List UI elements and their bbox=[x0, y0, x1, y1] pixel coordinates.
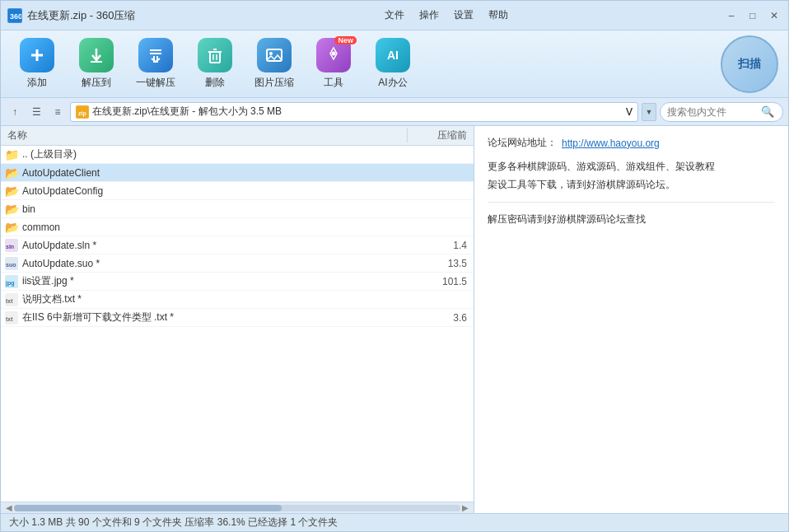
tools-label: 工具 bbox=[324, 76, 343, 90]
folder-icon: 📂 bbox=[4, 184, 19, 198]
extract-button[interactable]: 解压到 bbox=[70, 35, 123, 94]
svg-rect-7 bbox=[210, 52, 220, 63]
title-bar-left: 360 在线更新.zip - 360压缩 bbox=[7, 8, 135, 23]
image-label: 图片压缩 bbox=[254, 76, 294, 90]
add-button[interactable]: 添加 bbox=[11, 35, 63, 94]
tools-button[interactable]: New 工具 bbox=[307, 35, 360, 94]
file-name: 说明文档.txt * bbox=[22, 292, 404, 306]
svg-point-14 bbox=[332, 52, 336, 56]
scan-label: 扫描 bbox=[738, 57, 761, 72]
url-label: 论坛网站地址： bbox=[488, 136, 557, 150]
suo-file-icon: suo bbox=[4, 256, 19, 271]
file-row[interactable]: 📂 AutoUpdateClient bbox=[1, 164, 474, 182]
preview-para-3: 解压密码请到好游棋牌源码论坛查找 bbox=[488, 213, 646, 225]
preview-para-1: 更多各种棋牌源码、游戏源码、游戏组件、架设教程 bbox=[488, 161, 715, 172]
file-row[interactable]: jpg iis设置.jpg * 101.5 bbox=[1, 273, 474, 291]
preview-para-2: 架设工具等下载，请到好游棋牌源码论坛。 bbox=[488, 179, 675, 190]
delete-icon bbox=[198, 38, 232, 72]
zip-icon: zip bbox=[76, 105, 89, 119]
file-list-body: 📁 .. (上级目录) 📂 AutoUpdateClient 📂 AutoUpd… bbox=[1, 146, 474, 502]
menu-help[interactable]: 帮助 bbox=[488, 8, 508, 22]
svg-text:360: 360 bbox=[10, 12, 21, 21]
txt-file-icon: txt bbox=[4, 292, 19, 307]
scrollbar-thumb[interactable] bbox=[14, 505, 282, 511]
status-bar: 大小 1.3 MB 共 90 个文件和 9 个文件夹 压缩率 36.1% 已经选… bbox=[1, 513, 788, 531]
svg-text:jpg: jpg bbox=[5, 280, 15, 287]
ai-label: AI办公 bbox=[378, 76, 407, 90]
ai-office-button[interactable]: AI AI办公 bbox=[366, 35, 419, 94]
preview-panel: 论坛网站地址： http://www.haoyou.org 更多各种棋牌源码、游… bbox=[474, 126, 788, 513]
menu-file[interactable]: 文件 bbox=[385, 8, 404, 22]
scroll-right-arrow[interactable]: ▶ bbox=[460, 503, 470, 512]
dropdown-arrow-button[interactable]: ▼ bbox=[642, 103, 656, 121]
onekey-icon bbox=[138, 38, 173, 72]
image-icon bbox=[257, 38, 292, 72]
address-dropdown[interactable]: V bbox=[626, 106, 633, 118]
svg-text:sln: sln bbox=[6, 244, 14, 250]
address-bar: ↑ ☰ ≡ zip 在线更新.zip\在线更新 - 解包大小为 3.5 MB V… bbox=[1, 98, 788, 126]
file-row[interactable]: 📂 AutoUpdateConfig bbox=[1, 182, 474, 200]
preview-divider bbox=[488, 202, 775, 203]
ai-icon: AI bbox=[376, 38, 410, 72]
file-name: common bbox=[22, 222, 404, 233]
nav-list-button[interactable]: ☰ bbox=[27, 103, 45, 121]
main-content: 名称 压缩前 📁 .. (上级目录) 📂 AutoUpdateClient bbox=[1, 126, 788, 513]
add-icon bbox=[20, 38, 54, 72]
file-row[interactable]: txt 在IIS 6中新增可下载文件类型 .txt * 3.6 bbox=[1, 309, 474, 327]
scroll-left-arrow[interactable]: ◀ bbox=[4, 503, 14, 512]
menu-bar: 文件 操作 设置 帮助 bbox=[385, 8, 508, 22]
txt-file-icon: txt bbox=[4, 310, 19, 325]
onekey-extract-button[interactable]: 一键解压 bbox=[129, 35, 182, 94]
scrollbar-track bbox=[14, 505, 460, 511]
file-size: 1.4 bbox=[404, 240, 470, 251]
scan-button[interactable]: 扫描 bbox=[721, 35, 778, 93]
file-row[interactable]: 📂 common bbox=[1, 218, 474, 236]
extract-label: 解压到 bbox=[82, 76, 111, 90]
add-label: 添加 bbox=[27, 76, 47, 90]
file-list-panel: 名称 压缩前 📁 .. (上级目录) 📂 AutoUpdateClient bbox=[1, 126, 474, 513]
minimize-button[interactable]: – bbox=[724, 8, 739, 23]
file-row[interactable]: suo AutoUpdate.suo * 13.5 bbox=[1, 254, 474, 273]
svg-point-13 bbox=[269, 52, 273, 55]
title-bar-controls: – □ ✕ bbox=[724, 8, 782, 23]
folder-icon: 📁 bbox=[4, 147, 19, 162]
dropdown-v-label: V bbox=[626, 106, 633, 118]
new-badge: New bbox=[334, 36, 357, 44]
menu-operate[interactable]: 操作 bbox=[419, 8, 439, 22]
horizontal-scrollbar[interactable]: ◀ ▶ bbox=[1, 502, 474, 513]
file-name: .. (上级目录) bbox=[22, 147, 404, 161]
col-name-header: 名称 bbox=[1, 128, 408, 142]
search-icon[interactable]: 🔍 bbox=[761, 105, 774, 118]
image-compress-button[interactable]: 图片压缩 bbox=[248, 35, 301, 94]
file-row[interactable]: 📁 .. (上级目录) bbox=[1, 146, 474, 164]
file-size: 13.5 bbox=[404, 258, 470, 269]
file-row[interactable]: 📂 bin bbox=[1, 200, 474, 218]
col-size-header: 压缩前 bbox=[408, 128, 474, 142]
folder-icon: 📂 bbox=[4, 166, 19, 180]
file-name: AutoUpdateClient bbox=[22, 167, 404, 179]
folder-icon: 📂 bbox=[4, 202, 19, 217]
file-name: AutoUpdate.suo * bbox=[22, 258, 404, 269]
file-name: bin bbox=[22, 203, 404, 215]
svg-text:txt: txt bbox=[6, 316, 13, 322]
forum-url-link[interactable]: http://www.haoyou.org bbox=[562, 138, 660, 149]
status-text: 大小 1.3 MB 共 90 个文件和 9 个文件夹 压缩率 36.1% 已经选… bbox=[9, 516, 338, 530]
nav-detail-button[interactable]: ≡ bbox=[49, 103, 67, 121]
file-size: 101.5 bbox=[404, 276, 470, 287]
file-list-header: 名称 压缩前 bbox=[1, 126, 474, 146]
svg-text:zip: zip bbox=[78, 110, 86, 117]
preview-text-2: 解压密码请到好游棋牌源码论坛查找 bbox=[488, 211, 775, 229]
file-row[interactable]: sln AutoUpdate.sln * 1.4 bbox=[1, 236, 474, 254]
file-name: iis设置.jpg * bbox=[22, 274, 404, 288]
jpg-file-icon: jpg bbox=[4, 274, 19, 289]
file-row[interactable]: txt 说明文档.txt * bbox=[1, 291, 474, 309]
folder-icon: 📂 bbox=[4, 220, 19, 235]
preview-text-1: 更多各种棋牌源码、游戏源码、游戏组件、架设教程 架设工具等下载，请到好游棋牌源码… bbox=[488, 158, 775, 194]
close-button[interactable]: ✕ bbox=[767, 8, 782, 23]
search-input[interactable] bbox=[667, 106, 758, 118]
menu-settings[interactable]: 设置 bbox=[454, 8, 474, 22]
restore-button[interactable]: □ bbox=[745, 8, 760, 23]
file-name: AutoUpdateConfig bbox=[22, 185, 404, 197]
delete-button[interactable]: 删除 bbox=[189, 35, 241, 94]
nav-up-button[interactable]: ↑ bbox=[6, 103, 24, 121]
